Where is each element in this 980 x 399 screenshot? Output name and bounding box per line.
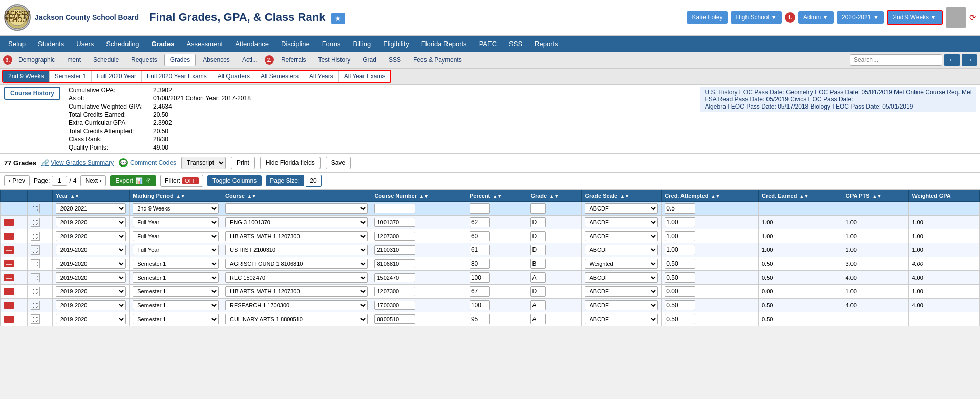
year-select[interactable]: 2019-2020: [56, 259, 126, 269]
delete-row-button[interactable]: —: [4, 233, 14, 240]
mp-select[interactable]: Semester 1: [133, 259, 219, 269]
year-select[interactable]: 2019-2020: [56, 314, 126, 324]
delete-row-button[interactable]: —: [4, 288, 14, 295]
period-tab-full2020[interactable]: Full 2020 Year: [92, 71, 142, 82]
cred-attempted-input[interactable]: [665, 231, 695, 241]
percent-input[interactable]: [470, 217, 490, 227]
year-select[interactable]: 2019-2020: [56, 245, 126, 255]
cred-attempted-input[interactable]: [665, 300, 695, 310]
expand-row-button[interactable]: ⛶: [31, 314, 40, 324]
course-number-input[interactable]: [374, 259, 415, 268]
delete-row-button[interactable]: —: [4, 219, 14, 226]
cred-attempted-input[interactable]: [665, 203, 695, 214]
mp-select[interactable]: Semester 1: [133, 272, 219, 283]
refresh-icon[interactable]: ⟳: [969, 13, 976, 23]
star-button[interactable]: ★: [331, 13, 345, 24]
export-button[interactable]: Export 📊 🖨: [110, 175, 156, 186]
grade-input[interactable]: [530, 272, 546, 283]
nav-scheduling[interactable]: Scheduling: [100, 36, 145, 52]
expand-row-button[interactable]: ⛶: [31, 218, 40, 227]
nav-next-arrow[interactable]: →: [962, 54, 977, 66]
percent-input[interactable]: [470, 259, 490, 269]
period-tab-allquarters[interactable]: All Quarters: [212, 71, 255, 82]
period-tab-allyearexams[interactable]: All Year Exams: [339, 71, 391, 82]
expand-row-button[interactable]: ⛶: [31, 232, 40, 241]
course-select[interactable]: CULINARY ARTS 1 8800510: [225, 314, 368, 324]
prev-button[interactable]: ‹ Prev: [4, 175, 30, 186]
grade-input[interactable]: [530, 259, 546, 269]
subnav-requests[interactable]: Requests: [126, 54, 162, 66]
period-tab-allyears[interactable]: All Years: [304, 71, 339, 82]
year-select[interactable]: 2019-2020: [56, 231, 126, 241]
delete-row-button[interactable]: —: [4, 274, 14, 281]
cred-attempted-input[interactable]: [665, 245, 695, 255]
delete-row-button[interactable]: —: [4, 260, 14, 267]
nav-assessment[interactable]: Assessment: [180, 36, 229, 52]
hide-florida-fields-button[interactable]: Hide Florida fields: [260, 157, 321, 169]
grade-scale-select[interactable]: ABCDF: [585, 300, 658, 310]
subnav-referrals[interactable]: Referrals: [276, 54, 311, 66]
subnav-fees-payments[interactable]: Fees & Payments: [408, 54, 467, 66]
grade-input[interactable]: [530, 314, 546, 324]
school-dropdown[interactable]: High School ▼: [731, 11, 782, 24]
period-tab-allsemesters[interactable]: All Semesters: [255, 71, 304, 82]
nav-florida-reports[interactable]: Florida Reports: [415, 36, 473, 52]
transcript-dropdown[interactable]: Transcript: [181, 157, 226, 169]
role-dropdown[interactable]: Admin ▼: [798, 11, 834, 24]
nav-users[interactable]: Users: [70, 36, 100, 52]
subnav-acti[interactable]: Acti...: [237, 54, 263, 66]
grade-input[interactable]: [530, 300, 546, 310]
user-button[interactable]: Katie Foley: [687, 11, 728, 24]
percent-input[interactable]: [470, 203, 490, 214]
year-select[interactable]: 2019-2020: [56, 217, 126, 227]
subnav-ment[interactable]: ment: [62, 54, 86, 66]
course-number-input[interactable]: [374, 232, 415, 241]
percent-input[interactable]: [470, 300, 490, 310]
percent-input[interactable]: [470, 272, 490, 283]
mp-select[interactable]: Semester 1: [133, 300, 219, 310]
nav-paec[interactable]: PAEC: [473, 36, 503, 52]
mp-select[interactable]: Full Year: [133, 231, 219, 241]
grade-input[interactable]: [530, 245, 546, 255]
mp-select[interactable]: Semester 1: [133, 314, 219, 324]
course-number-input[interactable]: [374, 287, 415, 296]
period-tab-full2020exams[interactable]: Full 2020 Year Exams: [142, 71, 212, 82]
nav-students[interactable]: Students: [32, 36, 70, 52]
grade-input[interactable]: [530, 203, 546, 214]
expand-row-button[interactable]: ⛶: [31, 273, 40, 282]
grade-input[interactable]: [530, 286, 546, 297]
grade-scale-select[interactable]: ABCDF: [585, 203, 658, 214]
view-grades-summary-link[interactable]: 🔗 View Grades Summary: [41, 159, 114, 166]
subnav-grades[interactable]: Grades: [164, 54, 196, 66]
percent-input[interactable]: [470, 286, 490, 297]
course-select[interactable]: REC 1502470: [225, 272, 368, 283]
page-input[interactable]: [52, 176, 67, 186]
period-dropdown[interactable]: 2nd 9 Weeks ▼: [887, 10, 943, 25]
nav-reports[interactable]: Reports: [528, 36, 564, 52]
subnav-demographic[interactable]: Demographic: [13, 54, 60, 66]
percent-input[interactable]: [470, 245, 490, 255]
course-select[interactable]: LIB ARTS MATH 1 1207300: [225, 231, 368, 241]
grade-scale-select[interactable]: ABCDF: [585, 272, 658, 283]
course-select[interactable]: US HIST 2100310: [225, 245, 368, 255]
year-select[interactable]: 2019-2020: [56, 300, 126, 310]
nav-attendance[interactable]: Attendance: [229, 36, 275, 52]
cred-attempted-input[interactable]: [665, 272, 695, 283]
nav-grades[interactable]: Grades: [145, 36, 181, 52]
course-select[interactable]: AGRISCI FOUND 1 8106810: [225, 259, 368, 269]
delete-row-button[interactable]: —: [4, 246, 14, 254]
subnav-schedule[interactable]: Schedule: [88, 54, 124, 66]
course-select[interactable]: RESEARCH 1 1700300: [225, 300, 368, 310]
mp-select[interactable]: Semester 1: [133, 286, 219, 297]
comment-codes-button[interactable]: 💬 Comment Codes: [119, 158, 176, 167]
cred-attempted-input[interactable]: [665, 217, 695, 227]
course-number-input[interactable]: [374, 204, 415, 213]
nav-forms[interactable]: Forms: [316, 36, 347, 52]
period-tab-sem1[interactable]: Semester 1: [50, 71, 92, 82]
expand-row-button[interactable]: ⛶: [31, 287, 40, 296]
course-number-input[interactable]: [374, 314, 415, 324]
course-select[interactable]: ENG 3 1001370: [225, 217, 368, 227]
cred-attempted-input[interactable]: [665, 259, 695, 269]
percent-input[interactable]: [470, 231, 490, 241]
nav-discipline[interactable]: Discipline: [275, 36, 316, 52]
